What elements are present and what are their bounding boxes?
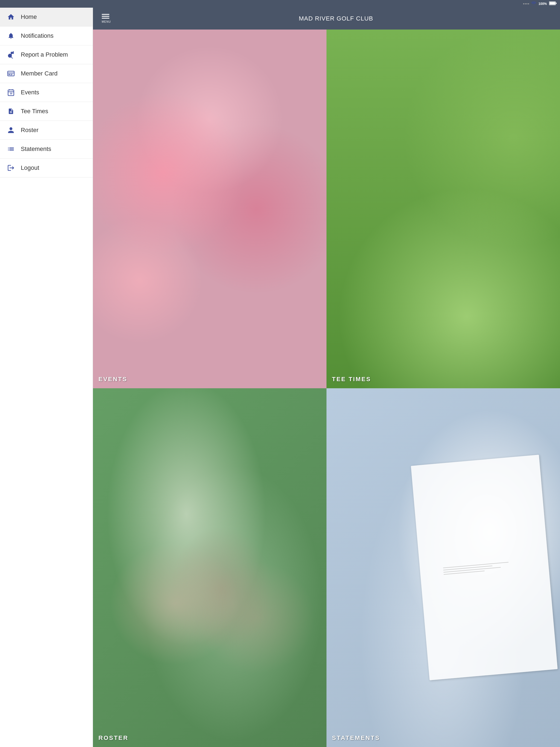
tile-roster[interactable]: ROSTER [93,388,327,747]
tile-roster-label: ROSTER [98,735,128,742]
svg-text:30: 30 [10,93,12,95]
tile-tee-times-bg [327,29,560,388]
sidebar-item-logout[interactable]: Logout [0,159,93,177]
battery-label: 100% [538,2,547,6]
wrench-icon [6,50,15,59]
list-icon [6,145,15,153]
document-icon [6,107,15,115]
tiles-grid: EVENTS TEE TIMES ROSTER [93,29,560,747]
header-title: MAD RIVER GOLF CLUB [119,15,554,22]
tile-events-bg [93,29,327,388]
home-icon [6,12,15,21]
sidebar-item-member-card[interactable]: Member Card [0,64,93,83]
sidebar-item-report-problem[interactable]: Report a Problem [0,45,93,64]
wifi-icon [531,2,536,6]
tile-statements[interactable]: STATEMENTS [327,388,560,747]
app-container: Home Notifications Report a Problem [0,8,560,747]
battery-icon [549,1,557,6]
sidebar: Home Notifications Report a Problem [0,8,93,747]
svg-rect-2 [556,3,557,4]
signal-dot-4 [528,3,529,4]
menu-button[interactable]: MENU [100,12,113,25]
svg-rect-3 [8,71,14,76]
sidebar-label-tee-times: Tee Times [21,108,48,115]
id-card-icon [6,69,15,78]
svg-rect-5 [8,74,9,75]
signal-indicator [523,3,529,4]
sidebar-label-logout: Logout [21,164,39,172]
signal-dot-1 [523,3,524,4]
tile-tee-times-label: TEE TIMES [332,376,371,383]
sidebar-item-statements[interactable]: Statements [0,140,93,159]
svg-rect-1 [550,2,555,5]
sidebar-label-report-problem: Report a Problem [21,51,68,58]
tile-statements-paper [411,455,558,680]
sidebar-item-events[interactable]: 30 Events [0,83,93,102]
app-header: MENU MAD RIVER GOLF CLUB [93,8,560,29]
tile-events[interactable]: EVENTS [93,29,327,388]
menu-line-1 [102,14,109,15]
person-icon [6,126,15,134]
signal-dot-2 [525,3,526,4]
bell-icon [6,31,15,40]
signal-dot-3 [526,3,528,4]
menu-line-3 [102,18,109,19]
sidebar-label-notifications: Notifications [21,32,54,40]
sidebar-label-events: Events [21,89,39,96]
tile-roster-people [93,460,327,747]
tile-events-label: EVENTS [98,376,127,383]
sidebar-item-tee-times[interactable]: Tee Times [0,102,93,121]
sidebar-label-statements: Statements [21,146,51,153]
sidebar-label-home: Home [21,14,37,21]
sidebar-item-home[interactable]: Home [0,8,93,27]
calendar-icon: 30 [6,88,15,97]
sidebar-label-roster: Roster [21,127,39,134]
sidebar-label-member-card: Member Card [21,70,57,77]
logout-icon [6,163,15,172]
tile-statements-label: STATEMENTS [332,735,380,742]
main-content: MENU MAD RIVER GOLF CLUB EVENTS TEE TIME… [93,8,560,747]
menu-line-2 [102,16,109,17]
sidebar-item-roster[interactable]: Roster [0,121,93,140]
sidebar-item-notifications[interactable]: Notifications [0,27,93,45]
menu-label: MENU [102,20,111,23]
status-bar: 100% [0,0,560,8]
tile-tee-times[interactable]: TEE TIMES [327,29,560,388]
